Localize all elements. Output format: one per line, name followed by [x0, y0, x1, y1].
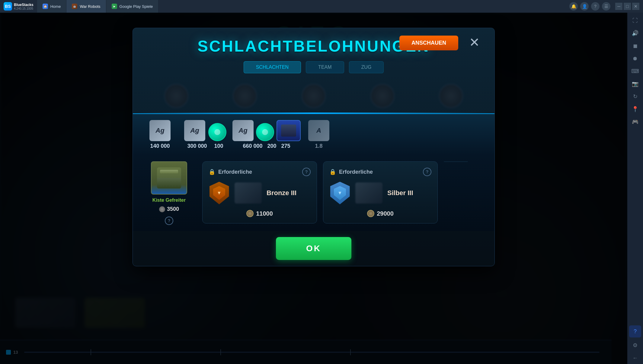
right-sidebar: ⛶ 🔊 ◼ ⏺ ⌨ 📷 ↻ 📍 🎮 ? ⚙ ←: [627, 0, 643, 364]
notification-button[interactable]: 🔔: [569, 2, 578, 11]
bronze-card-title: Erforderliche: [218, 169, 299, 175]
bluestacks-icon: BS: [4, 2, 12, 11]
bronze-help-button[interactable]: ?: [302, 168, 311, 176]
silver-help-button[interactable]: ?: [423, 168, 431, 176]
sidebar-keyboard-icon[interactable]: ⌨: [629, 65, 641, 77]
lock-icon-bronze: 🔒: [209, 169, 215, 175]
game-area: SIEG 13 SCHLACHTBELOHNUNGEN ANSCHAUEN ✕: [0, 13, 627, 364]
sidebar-location-icon[interactable]: 📍: [629, 103, 641, 115]
window-controls: ─ □ ✕: [615, 3, 639, 10]
crate-cost: 3500: [159, 206, 179, 212]
silver-shield: ▼: [329, 181, 350, 205]
tab-team[interactable]: TEAM: [306, 61, 344, 73]
reward-ag-3: Ag 660 000 200 275: [232, 120, 301, 149]
silver-gear-icon: [367, 210, 374, 217]
home-tab-icon: 🏠: [43, 4, 48, 9]
reward-ag-1: Ag 140 000: [142, 120, 178, 149]
bronze-card-header: 🔒 Erforderliche ?: [209, 168, 311, 176]
help-titlebar-button[interactable]: ?: [591, 2, 600, 11]
modal-header: SCHLACHTBELOHNUNGEN ANSCHAUEN ✕: [133, 28, 494, 61]
google-play-tab-icon: ▶: [112, 4, 117, 9]
silver-lock-card: 🔒 Erforderliche ? ▼ Silber III: [323, 161, 438, 223]
reward-amount-partial: 1.8: [315, 143, 322, 149]
tab-bar: 🏠 Home 🤖 War Robots ▶ Google Play Spiele: [37, 0, 566, 13]
tab-home[interactable]: 🏠 Home: [37, 0, 67, 13]
crate-image: [151, 161, 187, 195]
sidebar-controller-icon[interactable]: 🎮: [629, 116, 641, 128]
teal-gem-2: [256, 123, 274, 141]
account-button[interactable]: 👤: [580, 2, 589, 11]
gear-cost-icon: [159, 206, 165, 212]
sidebar-expand-icon[interactable]: ⛶: [629, 14, 641, 27]
shield-bronze-outer: ▼: [210, 182, 229, 204]
chest-icon-1: [277, 120, 301, 141]
bronze-gear-icon: [246, 210, 254, 217]
lock-icon-silver: 🔒: [329, 169, 336, 175]
blurred-reward-1: [164, 84, 188, 108]
sidebar-back-icon[interactable]: ←: [629, 352, 641, 364]
shield-silver-inner: ▼: [334, 186, 346, 200]
tab-schlachten[interactable]: SCHLACHTEN: [244, 61, 301, 73]
tab-google-play[interactable]: ▶ Google Play Spiele: [106, 0, 159, 13]
tab-war-robots-label: War Robots: [80, 4, 100, 9]
blurred-reward-icons: [142, 79, 485, 112]
tab-team-label: TEAM: [318, 65, 331, 70]
free-crate-help-button[interactable]: ?: [165, 217, 173, 225]
silver-card-cost: 29000: [329, 210, 431, 217]
shield-bronze-inner: ▼: [213, 186, 225, 200]
crate-cost-value: 3500: [167, 206, 179, 212]
reward-partial: A 1.8: [307, 120, 331, 149]
blurred-reward-4: [370, 84, 395, 108]
blurred-reward-2: [233, 84, 257, 108]
ok-button-container: OK: [133, 231, 494, 266]
blurred-reward-5: [439, 84, 463, 108]
ag-badge-3: Ag: [232, 120, 254, 141]
maximize-button[interactable]: □: [624, 3, 631, 10]
sidebar-video-icon[interactable]: ◼: [629, 40, 641, 52]
reward-ag-2: Ag 300 000 100: [184, 120, 226, 149]
reward-amount-3: 660 000: [243, 143, 262, 149]
bronze-lock-card: 🔒 Erforderliche ? ▼ Bronze III: [202, 161, 317, 223]
tab-zug[interactable]: ZUG: [349, 61, 384, 73]
sidebar-record-icon[interactable]: ⏺: [629, 52, 641, 65]
partial-lock-card: [444, 161, 468, 162]
silver-rank-name: Silber III: [387, 189, 413, 197]
gem-inner-2: [262, 129, 268, 135]
tab-google-play-label: Google Play Spiele: [120, 4, 153, 9]
tab-war-robots[interactable]: 🤖 War Robots: [66, 0, 106, 13]
sidebar-rotate-icon[interactable]: ↻: [629, 90, 641, 103]
bluestacks-logo: BS BlueStacks 4.240.15.1005: [0, 2, 37, 11]
titlebar: BS BlueStacks 4.240.15.1005 🏠 Home 🤖 War…: [0, 0, 643, 13]
ag-badge-partial: A: [308, 120, 329, 141]
tab-zug-label: ZUG: [361, 65, 372, 70]
sidebar-settings-icon[interactable]: ⚙: [629, 339, 641, 351]
bronze-rank-image: [235, 182, 262, 204]
bronze-shield: ▼: [209, 181, 230, 205]
silver-card-content: ▼ Silber III: [329, 181, 431, 205]
minimize-button[interactable]: ─: [615, 3, 622, 10]
sidebar-volume-icon[interactable]: 🔊: [629, 27, 641, 39]
orange-action-button[interactable]: ANSCHAUEN: [399, 36, 458, 50]
bronze-rank-name: Bronze III: [267, 189, 296, 197]
tab-home-label: Home: [50, 4, 61, 9]
reward-amount-1: 140 000: [150, 143, 170, 149]
close-window-button[interactable]: ✕: [632, 3, 639, 10]
teal-gem-1: [208, 123, 226, 141]
sidebar-camera-icon[interactable]: 📷: [629, 78, 641, 90]
silver-card-header: 🔒 Erforderliche ?: [329, 168, 431, 176]
reward-gem-amount-2: 200: [267, 143, 276, 149]
lock-cards-row: Kiste Gefreiter 3500 ? 🔒 Erforderliche ?: [133, 155, 494, 231]
gem-inner-1: [214, 129, 220, 135]
ag-badge-2: Ag: [184, 120, 205, 141]
tab-schlachten-label: SCHLACHTEN: [256, 65, 289, 70]
rewards-section: [133, 79, 494, 112]
bluestacks-name: BlueStacks: [14, 3, 34, 7]
ok-button[interactable]: OK: [276, 237, 351, 260]
silver-rank-image: [355, 182, 382, 204]
blurred-reward-3: [302, 84, 326, 108]
shield-silver-outer: ▼: [330, 182, 350, 204]
free-crate-card: Kiste Gefreiter 3500 ?: [142, 161, 196, 225]
sidebar-help-icon[interactable]: ?: [629, 325, 641, 337]
menu-button[interactable]: ☰: [602, 2, 610, 11]
modal-close-button[interactable]: ✕: [466, 34, 482, 50]
